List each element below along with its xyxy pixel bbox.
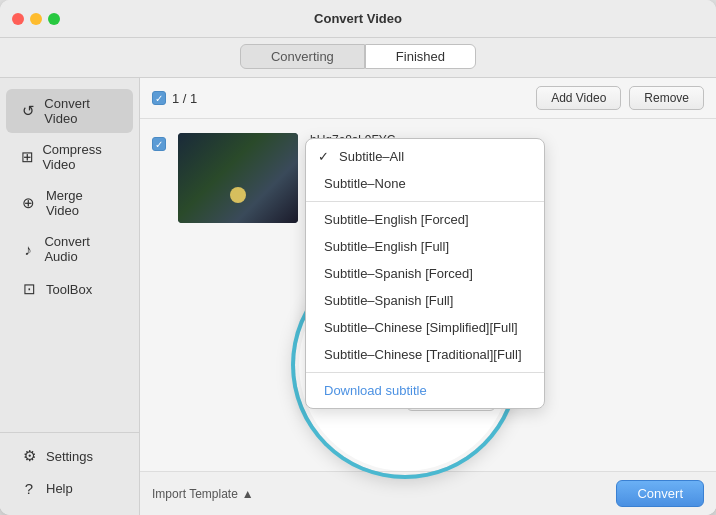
sidebar: ↺ Convert Video ⊞ Compress Video ⊕ Merge… — [0, 78, 140, 515]
subtitle-dropdown: Subtitle–All Subtitle–None Subtitle–Engl… — [305, 138, 545, 409]
window-controls — [12, 13, 60, 25]
sidebar-label-compress-video: Compress Video — [42, 142, 119, 172]
dropdown-subtitle-none[interactable]: Subtitle–None — [306, 170, 544, 197]
dropdown-divider-2 — [306, 372, 544, 373]
video-item-checkbox[interactable]: ✓ — [152, 137, 166, 151]
tab-converting[interactable]: Converting — [240, 44, 365, 69]
maximize-button[interactable] — [48, 13, 60, 25]
tab-finished[interactable]: Finished — [365, 44, 476, 69]
help-icon: ? — [20, 480, 38, 497]
dropdown-download-subtitle-label: Download subtitle — [324, 383, 427, 398]
settings-icon: ⚙ — [20, 447, 38, 465]
dropdown-subtitle-cn-simplified[interactable]: Subtitle–Chinese [Simplified][Full] — [306, 314, 544, 341]
select-all-count: 1 / 1 — [172, 91, 197, 106]
dropdown-subtitle-es-forced-label: Subtitle–Spanish [Forced] — [324, 266, 473, 281]
dropdown-subtitle-all[interactable]: Subtitle–All — [306, 143, 544, 170]
dropdown-subtitle-none-label: Subtitle–None — [324, 176, 406, 191]
import-template[interactable]: Import Template ▲ — [152, 487, 254, 501]
content-area: ✓ 1 / 1 Add Video Remove ✓ hUq7e8sL9FYC — [140, 78, 716, 515]
dropdown-subtitle-en-forced-label: Subtitle–English [Forced] — [324, 212, 469, 227]
dropdown-subtitle-en-full[interactable]: Subtitle–English [Full] — [306, 233, 544, 260]
video-thumbnail — [178, 133, 298, 223]
compress-video-icon: ⊞ — [20, 148, 34, 166]
bottom-bar: Import Template ▲ Convert — [140, 471, 716, 515]
dropdown-subtitle-en-forced[interactable]: Subtitle–English [Forced] — [306, 206, 544, 233]
sidebar-label-convert-audio: Convert Audio — [44, 234, 119, 264]
sidebar-bottom: ⚙ Settings ? Help — [0, 432, 139, 505]
sidebar-item-merge-video[interactable]: ⊕ Merge Video — [6, 181, 133, 225]
select-all: ✓ 1 / 1 — [152, 91, 197, 106]
sidebar-item-help[interactable]: ? Help — [6, 473, 133, 504]
dropdown-subtitle-es-full[interactable]: Subtitle–Spanish [Full] — [306, 287, 544, 314]
video-thumbnail-image — [178, 133, 298, 223]
dropdown-subtitle-en-full-label: Subtitle–English [Full] — [324, 239, 449, 254]
sidebar-item-compress-video[interactable]: ⊞ Compress Video — [6, 135, 133, 179]
add-video-button[interactable]: Add Video — [536, 86, 621, 110]
app-window: Convert Video Converting Finished ↺ Conv… — [0, 0, 716, 515]
dropdown-subtitle-all-label: Subtitle–All — [339, 149, 404, 164]
dropdown-divider-1 — [306, 201, 544, 202]
titlebar: Convert Video — [0, 0, 716, 38]
dropdown-download-subtitle[interactable]: Download subtitle — [306, 377, 544, 404]
main-layout: ↺ Convert Video ⊞ Compress Video ⊕ Merge… — [0, 78, 716, 515]
sidebar-item-toolbox[interactable]: ⊡ ToolBox — [6, 273, 133, 305]
toolbox-icon: ⊡ — [20, 280, 38, 298]
sidebar-label-settings: Settings — [46, 449, 93, 464]
sidebar-label-convert-video: Convert Video — [44, 96, 119, 126]
import-template-label: Import Template — [152, 487, 238, 501]
convert-audio-icon: ♪ — [20, 241, 36, 258]
dropdown-subtitle-cn-traditional[interactable]: Subtitle–Chinese [Traditional][Full] — [306, 341, 544, 368]
select-all-checkbox[interactable]: ✓ — [152, 91, 166, 105]
merge-video-icon: ⊕ — [20, 194, 38, 212]
dropdown-subtitle-es-full-label: Subtitle–Spanish [Full] — [324, 293, 453, 308]
minimize-button[interactable] — [30, 13, 42, 25]
sidebar-item-convert-video[interactable]: ↺ Convert Video — [6, 89, 133, 133]
dropdown-subtitle-es-forced[interactable]: Subtitle–Spanish [Forced] — [306, 260, 544, 287]
import-template-chevron-icon: ▲ — [242, 487, 254, 501]
sidebar-label-toolbox: ToolBox — [46, 282, 92, 297]
tab-bar: Converting Finished — [0, 38, 716, 78]
window-title: Convert Video — [314, 11, 402, 26]
dropdown-subtitle-cn-traditional-label: Subtitle–Chinese [Traditional][Full] — [324, 347, 522, 362]
dropdown-subtitle-cn-simplified-label: Subtitle–Chinese [Simplified][Full] — [324, 320, 518, 335]
remove-button[interactable]: Remove — [629, 86, 704, 110]
sidebar-item-convert-audio[interactable]: ♪ Convert Audio — [6, 227, 133, 271]
sidebar-label-merge-video: Merge Video — [46, 188, 119, 218]
content-toolbar: ✓ 1 / 1 Add Video Remove — [140, 78, 716, 119]
close-button[interactable] — [12, 13, 24, 25]
convert-video-icon: ↺ — [20, 102, 36, 120]
convert-button[interactable]: Convert — [616, 480, 704, 507]
sidebar-item-settings[interactable]: ⚙ Settings — [6, 440, 133, 472]
sidebar-label-help: Help — [46, 481, 73, 496]
